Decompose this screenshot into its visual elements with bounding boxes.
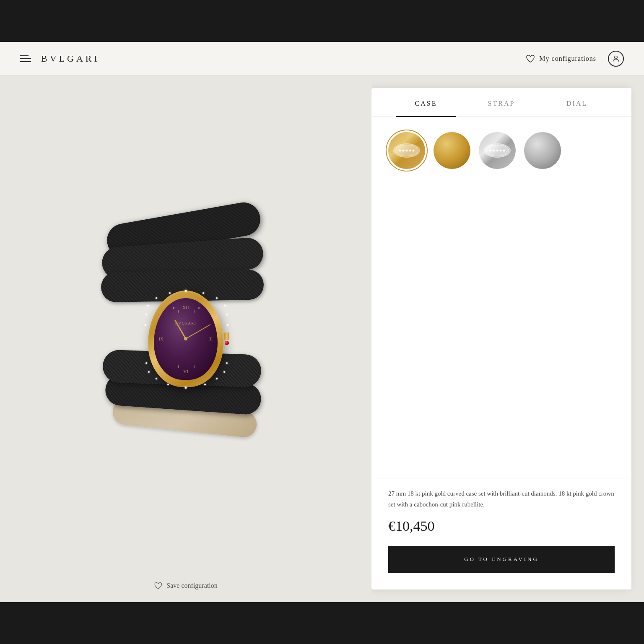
my-configurations-label: My configurations <box>539 55 596 62</box>
center-dot <box>184 337 187 340</box>
tab-strap[interactable]: STRAP <box>464 88 539 117</box>
hour-marker <box>178 365 179 368</box>
tab-dial[interactable]: DIAL <box>539 88 615 117</box>
svg-point-0 <box>615 56 618 59</box>
save-config-label: Save configuration <box>166 582 217 589</box>
watch-crown <box>224 332 229 345</box>
crown-ruby <box>225 341 229 345</box>
header-right: My configurations <box>526 51 624 67</box>
watch-case: BVLGARI XII VI III IX <box>148 291 223 387</box>
heart-icon <box>526 55 535 63</box>
cta-section: GO TO ENGRAVING <box>371 546 631 589</box>
case-option-pink-gold-diamonds[interactable] <box>388 132 425 169</box>
watch-image: BVLGARI XII VI III IX <box>77 196 295 481</box>
user-icon <box>612 55 620 63</box>
roman-numeral-vi: VI <box>183 369 188 374</box>
save-configuration-button[interactable]: Save configuration <box>154 582 217 589</box>
dial-brand: BVLGARI <box>154 321 218 325</box>
minute-hand <box>186 324 211 339</box>
header-left: BVLGARI <box>20 53 100 64</box>
main-content: BVLGARI XII VI III IX <box>0 75 644 602</box>
spacer <box>371 313 631 478</box>
menu-button[interactable] <box>20 55 31 62</box>
hour-marker <box>194 310 195 313</box>
tab-bar: CASE STRAP DIAL <box>371 88 631 117</box>
configurator-panel: CASE STRAP DIAL <box>371 88 631 589</box>
tab-case[interactable]: CASE <box>388 88 464 117</box>
case-option-yellow-gold[interactable] <box>434 132 470 169</box>
roman-numeral-ix: IX <box>159 337 164 341</box>
roman-numeral-xii: XII <box>182 305 189 310</box>
user-account-button[interactable] <box>608 51 624 67</box>
dial-diamond <box>173 307 174 309</box>
watch-preview-area: BVLGARI XII VI III IX <box>0 75 371 602</box>
roman-numeral-iii: III <box>208 337 213 341</box>
product-price: €10,450 <box>388 518 615 534</box>
case-option-steel[interactable] <box>524 132 561 169</box>
brand-name: BVLGARI <box>41 53 100 64</box>
heart-outline-icon <box>154 582 162 589</box>
site-header: BVLGARI My configurations <box>0 42 644 75</box>
product-description-section: 27 mm 18 kt pink gold curved case set wi… <box>371 478 631 546</box>
watch-visual: BVLGARI XII VI III IX <box>89 205 282 473</box>
hour-marker <box>178 310 179 313</box>
crown-body <box>224 332 229 340</box>
go-to-engraving-button[interactable]: GO TO ENGRAVING <box>388 546 615 573</box>
case-options-grid <box>388 132 615 169</box>
case-options-section <box>371 117 631 313</box>
case-option-white-gold-diamonds[interactable] <box>479 132 516 169</box>
product-description: 27 mm 18 kt pink gold curved case set wi… <box>388 488 615 510</box>
hour-marker <box>194 365 195 368</box>
dial-diamond <box>198 307 200 309</box>
my-configurations-button[interactable]: My configurations <box>526 55 596 63</box>
